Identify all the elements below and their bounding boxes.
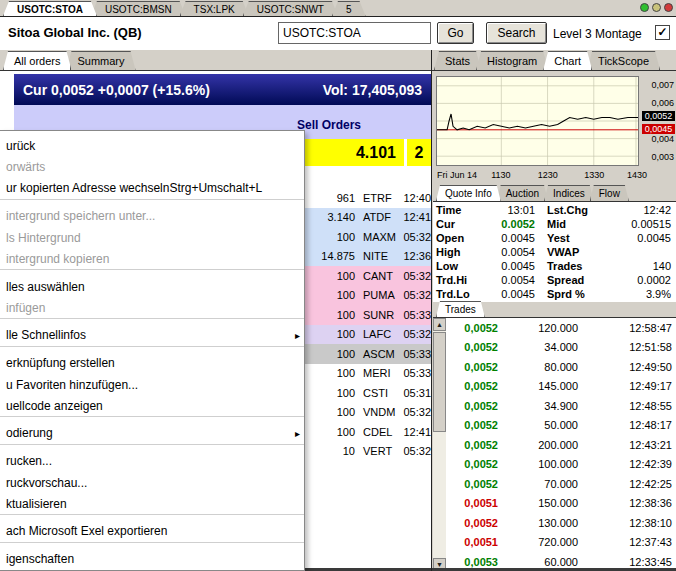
context-menu-item[interactable]: lle Schnellinfos ▸ — [0, 325, 304, 347]
quote-tab-label: Indices — [553, 188, 585, 199]
context-menu-item[interactable]: odierung ▸ — [0, 423, 304, 445]
context-menu-item[interactable]: u Favoriten hinzufügen... — [0, 374, 304, 396]
trade-price: 0,0053 — [446, 556, 498, 568]
orders-tab[interactable]: Summary — [66, 51, 135, 70]
context-menu-item[interactable]: igenschaften — [0, 549, 304, 571]
symbol-tab[interactable]: USOTC:BMSN — [91, 1, 186, 16]
trade-row[interactable]: 0,0052 34.000 12:51:58 — [446, 338, 676, 358]
depth-row[interactable]: 100 MERI 05:33 — [305, 364, 431, 384]
quote-value: 140 — [595, 260, 676, 272]
trade-row[interactable]: 0,0052 50.000 12:48:17 — [446, 416, 676, 436]
trade-row[interactable]: 0,0052 145.000 12:49:17 — [446, 377, 676, 397]
context-menu-item[interactable]: uellcode anzeigen — [0, 396, 304, 418]
trade-time: 12:51:58 — [578, 341, 676, 353]
context-menu-item[interactable]: ach Microsoft Exel exportieren — [0, 521, 304, 543]
depth-row[interactable]: 100 LAFC 05:32 — [305, 325, 431, 345]
depth-row[interactable]: 100 CDEL 12:41 — [305, 422, 431, 442]
trade-time: 12:58:47 — [578, 322, 676, 334]
quote-tab[interactable]: Auction — [497, 185, 548, 201]
go-button[interactable]: Go — [437, 22, 474, 44]
depth-time: 12:41 — [397, 211, 431, 223]
context-menu-item[interactable]: erknüpfung erstellen — [0, 353, 304, 375]
menu-item-label: u Favoriten hinzufügen... — [6, 378, 138, 392]
quote-value: 12:42 — [595, 204, 676, 216]
depth-row[interactable]: 14.875 NITE 12:36 — [305, 247, 431, 267]
window-dot[interactable] — [664, 3, 673, 12]
price-chart-box: 0,0070,0060,0040,0030,00520,0045 Fri Jun… — [433, 71, 676, 185]
menu-item-label: rucken... — [6, 454, 52, 468]
depth-row[interactable]: 100 ASCM 05:33 — [305, 344, 431, 364]
symbol-input[interactable] — [278, 22, 431, 44]
best-ask-count-cell[interactable]: 2 — [407, 139, 431, 166]
depth-row[interactable]: 10 VERT 05:32 — [305, 442, 431, 462]
menu-item-label: ach Microsoft Exel exportieren — [6, 524, 167, 538]
current-price-text: Cur 0,0052 +0,0007 (+15.6%) — [23, 82, 210, 98]
analysis-tab[interactable]: TickScope — [587, 51, 660, 70]
orders-tab[interactable]: All orders — [3, 51, 71, 70]
context-menu-item[interactable]: ktualisieren — [0, 494, 304, 516]
context-menu-item[interactable]: infügen — [0, 298, 304, 320]
quote-tab[interactable]: Indices — [544, 185, 594, 201]
quote-tab[interactable]: Quote Info — [436, 185, 501, 201]
quote-tab[interactable]: Flow — [590, 185, 629, 201]
symbol-tab[interactable]: USOTC:STOA — [3, 1, 97, 16]
quote-label: Cur — [433, 218, 475, 230]
depth-row[interactable]: 100 MAXM 05:32 — [305, 227, 431, 247]
trade-size: 34.000 — [498, 341, 578, 353]
context-menu-item[interactable]: ur kopierten Adresse wechseln Strg+Umsch… — [0, 178, 304, 200]
depth-mmid: CANT — [355, 270, 397, 282]
trade-row[interactable]: 0,0052 130.000 12:38:10 — [446, 513, 676, 533]
context-menu-item[interactable]: lles auswählen — [0, 276, 304, 298]
menu-item-label: ruckvorschau... — [6, 476, 87, 490]
quote-info-row: Low 0.0045 Trades 140 — [433, 259, 676, 273]
trade-row[interactable]: 0,0051 720.000 12:37:43 — [446, 533, 676, 553]
context-menu-item[interactable]: urück — [0, 135, 304, 157]
trade-row[interactable]: 0,0052 70.000 12:42:25 — [446, 474, 676, 494]
trades-tab-bar: Trades — [433, 302, 676, 318]
trade-price: 0,0052 — [446, 341, 498, 353]
context-menu-item[interactable]: intergrund speichern unter... — [0, 206, 304, 228]
window-dot[interactable] — [640, 3, 649, 12]
trades-tab[interactable]: Trades — [436, 301, 485, 317]
analysis-tab[interactable]: Histogram — [476, 51, 548, 70]
symbol-tab[interactable]: USOTC:SNWT — [243, 1, 338, 16]
context-menu-item[interactable]: intergrund kopieren — [0, 249, 304, 271]
level3-montage-checkbox[interactable]: ✓ — [655, 25, 670, 40]
quote-info-row: Open 0.0045 Yest 0.0045 — [433, 231, 676, 245]
trade-row[interactable]: 0,0052 100.000 12:42:39 — [446, 455, 676, 475]
symbol-tab[interactable]: TSX:LPK — [180, 1, 249, 16]
search-button[interactable]: Search — [486, 22, 547, 44]
price-chart-svg — [437, 77, 638, 165]
scroll-up-icon[interactable]: ▲ — [433, 318, 446, 331]
depth-row[interactable]: 961 ETRF 12:40 — [305, 188, 431, 208]
depth-row[interactable]: 100 PUMA 05:32 — [305, 286, 431, 306]
trade-row[interactable]: 0,0051 150.000 12:38:36 — [446, 494, 676, 514]
trade-row[interactable]: 0,0052 120.000 12:58:47 — [446, 318, 676, 338]
trade-row[interactable]: 0,0052 200.000 12:43:21 — [446, 435, 676, 455]
x-axis-labels: Fri Jun 14 1130123013301430 — [436, 169, 642, 182]
trades-list: 0,0052 120.000 12:58:47 0,0052 34.000 12… — [446, 318, 676, 571]
window-dot[interactable] — [652, 3, 661, 12]
depth-row[interactable]: 3.140 ATDF 12:41 — [305, 208, 431, 228]
depth-row[interactable]: 100 CSTI 05:31 — [305, 383, 431, 403]
trades-scrollbar[interactable]: ▲ ▼ — [433, 318, 446, 571]
context-menu-item[interactable]: ls Hintergrund — [0, 227, 304, 249]
analysis-tab[interactable]: Stats — [434, 51, 481, 70]
depth-size: 100 — [305, 231, 355, 243]
trade-price: 0,0051 — [446, 536, 498, 548]
analysis-tab[interactable]: Chart — [543, 51, 592, 70]
context-menu-item[interactable]: rucken... — [0, 451, 304, 473]
trade-size: 100.000 — [498, 458, 578, 470]
depth-row[interactable]: 100 CANT 05:32 — [305, 266, 431, 286]
depth-row[interactable]: 100 VNDM 05:32 — [305, 403, 431, 423]
trade-row[interactable]: 0,0052 34.900 12:48:55 — [446, 396, 676, 416]
depth-row[interactable]: 100 SUNR 05:33 — [305, 305, 431, 325]
scrollbar-thumb[interactable] — [433, 332, 446, 432]
menu-item-label: uellcode anzeigen — [6, 399, 103, 413]
trade-row[interactable]: 0,0052 80.000 12:49:50 — [446, 357, 676, 377]
context-menu-item[interactable]: ruckvorschau... — [0, 472, 304, 494]
quote-label: VWAP — [535, 246, 595, 258]
depth-mmid: VNDM — [355, 406, 397, 418]
context-menu-item[interactable]: orwärts — [0, 157, 304, 179]
symbol-tab[interactable]: 5 — [332, 1, 366, 16]
